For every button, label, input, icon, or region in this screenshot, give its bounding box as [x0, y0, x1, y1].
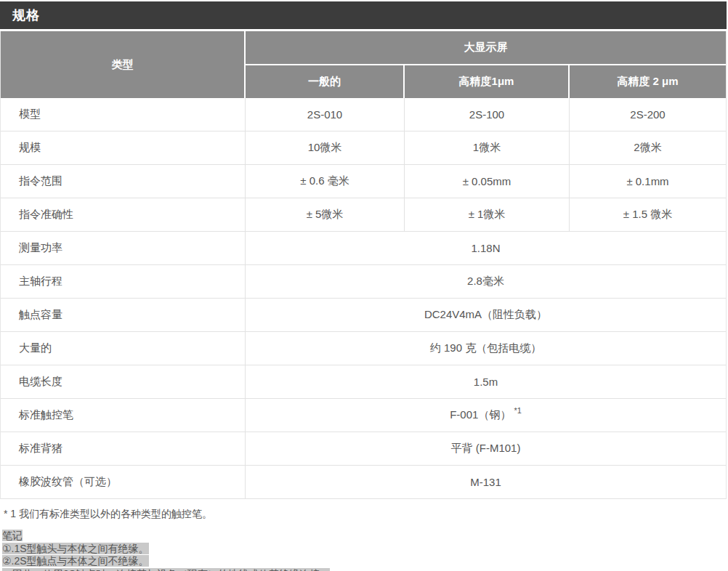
cell-value: ± 0.05mm: [405, 165, 570, 198]
row-label: 规模: [1, 131, 246, 164]
table-row: 标准触控笔 F-001（钢） *1: [1, 399, 726, 432]
col-header-high-precision-2um: 高精度 2 μm: [570, 65, 726, 98]
cell-value-span: M-131: [246, 466, 726, 498]
table-row: 规模 10微米 1微米 2微米: [1, 131, 726, 165]
table-row: 标准背猪 平背 (F-M101): [1, 432, 726, 466]
table-row: 大量的 约 190 克（包括电缆）: [1, 332, 726, 365]
table-row: 指令范围 ± 0.6 毫米 ± 0.05mm ± 0.1mm: [1, 165, 726, 198]
col-header-type: 类型: [1, 31, 246, 98]
cell-value: ± 0.1mm: [570, 165, 726, 198]
spec-table: 类型 大显示屏 一般的 高精度1μm 高精度 2 μm 模型 2S-010 2S…: [0, 31, 727, 499]
cell-value: 2S-100: [405, 98, 570, 131]
cell-value: F-001（钢）: [450, 408, 511, 422]
cell-value-span: 平背 (F-M101): [246, 432, 726, 465]
col-header-high-precision-1um: 高精度1μm: [405, 65, 570, 98]
table-row: 主轴行程 2.8毫米: [1, 265, 726, 299]
notes-label: 笔记: [2, 530, 23, 541]
notes-block: 笔记 ①.1S型触头与本体之间有绝缘。 ②.2S型触点与本体之间不绝缘。 因此，…: [2, 530, 728, 571]
cell-value: 2S-010: [246, 98, 405, 131]
row-label: 主轴行程: [1, 265, 246, 298]
note-3: 因此，使用2S触点时，连接其与设备（现有）的地线或使其绝缘连接。: [2, 568, 330, 571]
note-2: ②.2S型触点与本体之间不绝缘。: [2, 555, 149, 567]
cell-value: ± 5微米: [246, 198, 405, 231]
footnote-stylus: * 1 我们有标准类型以外的各种类型的触控笔。: [4, 508, 728, 521]
note-line-2: ②.2S型触点与本体之间不绝缘。: [2, 555, 728, 568]
cell-value-span: 1.5m: [246, 365, 726, 398]
cell-value: ± 1微米: [405, 198, 570, 231]
cell-value: ± 1.5 微米: [570, 198, 726, 231]
note-1: ①.1S型触头与本体之间有绝缘。: [2, 543, 149, 554]
note-line-3-partial: 因此，使用2S触点时，连接其与设备（现有）的地线或使其绝缘连接。: [2, 568, 728, 571]
col-header-general: 一般的: [246, 65, 405, 98]
footnote-marker: *1: [514, 406, 521, 415]
sub-header-row: 一般的 高精度1μm 高精度 2 μm: [246, 65, 726, 98]
cell-value: ± 0.6 毫米: [246, 165, 405, 198]
table-row: 测量功率 1.18N: [1, 232, 726, 265]
row-label: 标准背猪: [1, 432, 246, 465]
row-label: 大量的: [1, 332, 246, 365]
table-row: 指令准确性 ± 5微米 ± 1微米 ± 1.5 微米: [1, 198, 726, 232]
row-label: 模型: [1, 98, 246, 131]
cell-value-span: 2.8毫米: [246, 265, 726, 298]
table-row: 橡胶波纹管（可选） M-131: [1, 466, 726, 499]
row-label: 橡胶波纹管（可选）: [1, 466, 246, 498]
cell-value: 1微米: [405, 131, 570, 164]
row-label: 标准触控笔: [1, 399, 246, 432]
col-group-header-large-display: 大显示屏: [246, 31, 726, 65]
cell-value: 10微米: [246, 131, 405, 164]
notes-label-line: 笔记: [2, 530, 728, 543]
cell-value: 2S-200: [570, 98, 726, 131]
row-label: 测量功率: [1, 232, 246, 264]
table-row: 触点容量 DC24V4mA（阻性负载）: [1, 299, 726, 332]
row-label: 电缆长度: [1, 365, 246, 398]
cell-value-span: 约 190 克（包括电缆）: [246, 332, 726, 365]
page-title: 规格: [12, 7, 40, 24]
note-line-1: ①.1S型触头与本体之间有绝缘。: [2, 543, 728, 556]
row-label: 指令范围: [1, 165, 246, 198]
cell-value: 2微米: [570, 131, 726, 164]
table-row: 电缆长度 1.5m: [1, 365, 726, 399]
section-title-bar: 规格: [0, 1, 727, 29]
table-row: 模型 2S-010 2S-100 2S-200: [1, 98, 726, 131]
cell-value-span: DC24V4mA（阻性负载）: [246, 299, 726, 331]
col-header-right-group: 大显示屏 一般的 高精度1μm 高精度 2 μm: [246, 31, 726, 98]
row-label: 指令准确性: [1, 198, 246, 231]
table-header: 类型 大显示屏 一般的 高精度1μm 高精度 2 μm: [1, 31, 726, 98]
row-label: 触点容量: [1, 299, 246, 331]
cell-value-span: 1.18N: [246, 232, 726, 264]
cell-value-span: F-001（钢） *1: [246, 399, 726, 432]
